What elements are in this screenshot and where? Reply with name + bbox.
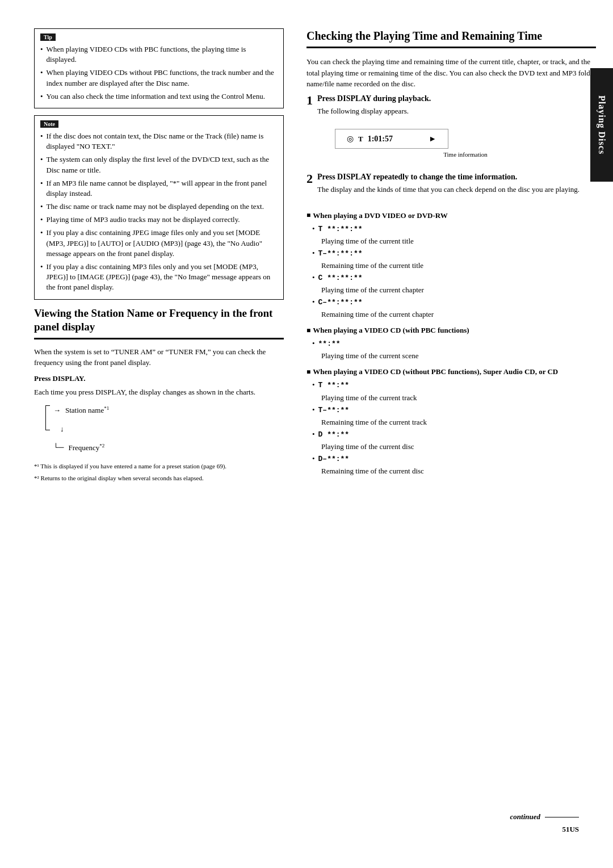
sidebar-tab: Playing Discs (590, 68, 613, 182)
station-diagram: → Station name*1 ↓ └─ Frequency*2 (45, 405, 284, 454)
continued-text: continued (510, 812, 540, 821)
note-bullet-6: If you play a disc containing JPEG image… (40, 228, 278, 259)
note-label: Note (40, 120, 58, 128)
vcd-nopbc-desc-2: Remaining time of the current track (321, 418, 596, 427)
vcd-pbc-section: When playing a VIDEO CD (with PBC functi… (306, 326, 596, 360)
dvd-section: When playing a DVD VIDEO or DVD-RW T **:… (306, 211, 596, 320)
tip-box: Tip When playing VIDEO CDs with PBC func… (34, 28, 284, 108)
tip-bullet-2: When playing VIDEO CDs without PBC funct… (40, 68, 278, 88)
dvd-bullet-3: C **:**:** (312, 272, 596, 283)
step-1-desc: The following display appears. (317, 106, 431, 117)
display-box-inner: ◎ T 1:01:57 ► (347, 134, 436, 144)
vcd-no-pbc-section: When playing a VIDEO CD (without PBC fun… (306, 367, 596, 476)
dvd-bullet-2: T–**:**:** (312, 248, 596, 259)
note-bullet-1: If the disc does not contain text, the D… (40, 131, 278, 152)
note-bullet-2: The system can only display the first le… (40, 154, 278, 175)
vcd-nopbc-desc-3: Playing time of the current disc (321, 442, 596, 451)
footnote-1: *¹ This is displayed if you have entered… (34, 462, 284, 471)
vcd-nopbc-bullet-2: T–**:** (312, 405, 596, 416)
step-2-title: Press DISPLAY repeatedly to change the t… (317, 173, 580, 182)
footnotes: *¹ This is displayed if you have entered… (34, 462, 284, 483)
vcd-pbc-desc-1: Playing time of the current scene (321, 351, 596, 360)
dvd-desc-2: Remaining time of the current title (321, 261, 596, 270)
right-column: Checking the Playing Time and Remaining … (301, 28, 596, 840)
display-t-label: T (358, 135, 363, 144)
viewing-section: Viewing the Station Name or Frequency in… (34, 307, 284, 483)
dvd-desc-3: Playing time of the current chapter (321, 286, 596, 295)
step-1-number: 1 (306, 94, 313, 107)
vcd-nopbc-desc-4: Remaining time of the current disc (321, 467, 596, 476)
display-caption: Time information (335, 151, 596, 158)
diagram-line-1: → Station name*1 (53, 405, 109, 415)
dvd-bullet-1: T **:**:** (312, 224, 596, 234)
vcd-nopbc-bullet-4: D–**:** (312, 454, 596, 464)
display-time: 1:01:57 (368, 135, 393, 144)
viewing-intro: When the system is set to “TUNER AM” or … (34, 346, 284, 368)
vcd-pbc-header: When playing a VIDEO CD (with PBC functi… (306, 326, 596, 335)
page-number: 51US (510, 825, 579, 834)
note-box: Note If the disc does not contain text, … (34, 115, 284, 300)
dvd-desc-4: Remaining time of the current chapter (321, 310, 596, 319)
dvd-desc-1: Playing time of the current title (321, 237, 596, 246)
disc-icon: ◎ (347, 134, 354, 144)
left-column: Tip When playing VIDEO CDs with PBC func… (34, 28, 301, 840)
press-display-desc: Each time you press DISPLAY, the display… (34, 387, 284, 398)
page-container: Tip When playing VIDEO CDs with PBC func… (0, 0, 613, 868)
vcd-no-pbc-header: When playing a VIDEO CD (without PBC fun… (306, 367, 596, 376)
press-display-label: Press DISPLAY. (34, 374, 284, 383)
step-1-title: Press DISPLAY during playback. (317, 94, 431, 103)
diagram-line-2: ↓ (53, 425, 109, 434)
dvd-bullet-4: C–**:**:** (312, 297, 596, 308)
viewing-section-title: Viewing the Station Name or Frequency in… (34, 307, 284, 339)
vcd-nopbc-bullet-1: T **:** (312, 380, 596, 391)
vcd-nopbc-bullet-3: D **:** (312, 429, 596, 440)
diagram-lines: → Station name*1 ↓ └─ Frequency*2 (53, 405, 109, 454)
vcd-pbc-bullet-1: **:** (312, 338, 596, 349)
step-1-block: 1 Press DISPLAY during playback. The fol… (306, 94, 596, 164)
step-2-content: Press DISPLAY repeatedly to change the t… (317, 173, 580, 200)
note-bullet-7: If you play a disc containing MP3 files … (40, 262, 278, 293)
step-1-content: Press DISPLAY during playback. The follo… (317, 94, 431, 121)
tip-bullet-1: When playing VIDEO CDs with PBC function… (40, 44, 278, 65)
dvd-header: When playing a DVD VIDEO or DVD-RW (306, 211, 596, 220)
tip-bullet-3: You can also check the time information … (40, 91, 278, 102)
note-bullet-5: Playing time of MP3 audio tracks may not… (40, 215, 278, 225)
checking-intro: You can check the playing time and remai… (306, 56, 596, 90)
vcd-nopbc-desc-1: Playing time of the current track (321, 393, 596, 402)
footnote-2: *² Returns to the original display when … (34, 473, 284, 483)
checking-section-title: Checking the Playing Time and Remaining … (306, 28, 596, 48)
tip-label: Tip (40, 33, 56, 41)
diagram-line-3: └─ Frequency*2 (53, 443, 109, 452)
main-content: Tip When playing VIDEO CDs with PBC func… (0, 17, 613, 851)
step-2-desc: The display and the kinds of time that y… (317, 184, 580, 195)
display-play-arrow: ► (429, 135, 436, 144)
step-2-number: 2 (306, 173, 313, 185)
step-2-block: 2 Press DISPLAY repeatedly to change the… (306, 173, 596, 202)
display-box: ◎ T 1:01:57 ► (335, 129, 448, 149)
note-bullet-3: If an MP3 file name cannot be displayed,… (40, 178, 278, 199)
footer: continued 51US (510, 812, 579, 834)
note-bullet-4: The disc name or track name may not be d… (40, 202, 278, 212)
